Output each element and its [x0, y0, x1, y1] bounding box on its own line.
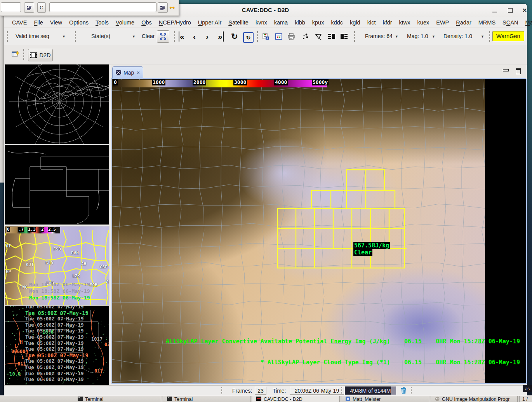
chevron-down-icon[interactable]: ▼ [132, 35, 136, 38]
chevron-down-icon[interactable]: ▼ [432, 35, 435, 38]
panel4-timestamp: Tue 05:00Z 07-May-19 [25, 340, 84, 346]
last-frame-button[interactable]: » [218, 31, 224, 42]
trash-icon[interactable] [401, 387, 407, 394]
tab-close-icon[interactable]: ✕ [136, 70, 140, 75]
menu-kuex[interactable]: kuex [414, 19, 433, 26]
mini-colorbar-tick-.7: .7 [18, 227, 24, 232]
menu-ncep-hydro[interactable]: NCEP/Hydro [155, 19, 195, 26]
clear-button[interactable]: Clear [142, 33, 155, 39]
layout-split-pane-icon[interactable] [340, 31, 348, 42]
frame-image-icon[interactable] [275, 31, 283, 42]
next-frame-button[interactable]: › [206, 31, 209, 42]
menu-file[interactable]: File [30, 19, 46, 26]
view-minimize-button[interactable] [503, 69, 509, 71]
menu-kama[interactable]: kama [271, 19, 291, 26]
sample-type: Clear [353, 249, 372, 256]
panel4-timestamp: Tue 05:00Z 07-May-19 [25, 334, 84, 340]
export-image-icon[interactable] [262, 31, 269, 42]
menu-view[interactable]: View [47, 19, 66, 26]
side-pane-analysis[interactable]: Tue 05:00Z 07-May-19Tue 05:00Z 07-May-19… [5, 306, 110, 386]
site-label-LZK: LZK [72, 273, 80, 278]
menu-radar[interactable]: Radar [452, 19, 475, 26]
time-options-icon[interactable]: ↻ [243, 32, 254, 43]
text-field-wide[interactable] [49, 2, 156, 12]
panel4-timestamp: Tue 05:00Z 07-May-19 [25, 364, 84, 370]
menu-tools[interactable]: Tools [92, 19, 112, 26]
panel4-marker: L [14, 343, 17, 349]
menu-options[interactable]: Options [66, 19, 92, 26]
warngen-button[interactable]: WarnGen [492, 31, 524, 41]
taskbar-item-cave-ddc-d2d[interactable]: CAVE:DDC - D2D [252, 396, 340, 402]
points-tool-icon[interactable] [301, 31, 309, 42]
map-tab-icon [116, 70, 121, 75]
states-dropdown[interactable]: State(s) [91, 33, 110, 39]
c-button[interactable]: C [37, 2, 46, 13]
taskbar-item-matt-meister[interactable]: Matt_Meister [342, 396, 429, 402]
chevron-down-icon[interactable]: ▼ [395, 35, 398, 38]
fullscreen-button[interactable] [157, 30, 169, 43]
menu-klbb[interactable]: klbb [291, 19, 309, 26]
chevron-down-icon[interactable]: ▼ [62, 35, 66, 38]
mag-dropdown[interactable]: Mag: 1.0 [407, 33, 428, 39]
map-legend[interactable]: AllSkyLAP Layer Convective Available Pot… [166, 324, 520, 380]
print-icon[interactable] [287, 31, 295, 42]
open-perspective-icon[interactable] [12, 50, 19, 57]
swap-arrows-icon[interactable]: ↔ [168, 2, 176, 11]
taskbar-item-terminal[interactable]: Terminal [74, 396, 161, 402]
menu-ewp[interactable]: EWP [433, 19, 452, 26]
workspace-pager[interactable]: 1 / [519, 396, 532, 402]
layout-two-pane-icon[interactable] [328, 31, 336, 42]
text-format-button[interactable] [24, 2, 34, 13]
menu-scan[interactable]: SCAN [499, 19, 522, 26]
menu-maps[interactable]: Maps [522, 19, 532, 26]
first-frame-button[interactable]: « [179, 31, 184, 42]
side-pane-states-map[interactable] [5, 145, 110, 225]
sample-value: 567.58J/kg [353, 242, 390, 249]
panel4-timestamp: Tue 05:00Z 07-May-19 [25, 371, 84, 376]
frames-dropdown[interactable]: Frames: 64 [365, 33, 393, 39]
baselines-tool-icon[interactable] [315, 31, 322, 42]
memory-gauge[interactable]: 4948M of 6144M [345, 386, 396, 395]
chat-icon [346, 397, 350, 402]
menu-ktwx[interactable]: ktwx [396, 19, 414, 26]
legend-line-cape[interactable]: AllSkyLAP Layer Convective Available Pot… [166, 338, 520, 345]
colorbar-tick-4000: 4000 [274, 79, 288, 85]
view-maximize-button[interactable] [516, 68, 521, 74]
toolbar-separator [7, 31, 8, 42]
tab-map[interactable]: Map ✕ [112, 66, 143, 78]
menu-kpux[interactable]: kpux [309, 19, 328, 26]
taskbar-item-terminal[interactable]: Terminal [163, 396, 250, 402]
chevron-down-icon[interactable]: ▼ [481, 35, 484, 38]
menu-kgld[interactable]: kgld [346, 19, 364, 26]
close-button[interactable]: ✕ [521, 7, 528, 14]
minimize-button[interactable] [491, 7, 498, 14]
menu-mrms[interactable]: MRMS [475, 19, 499, 26]
menu-volume[interactable]: Volume [112, 19, 138, 26]
menu-obs[interactable]: Obs [138, 19, 155, 26]
menu-kfdr[interactable]: kfdr [379, 19, 395, 26]
side-pane-world-map[interactable] [5, 64, 110, 144]
taskbar-item-gnu-image-manipulation-progr[interactable]: GNU Image Manipulation Progr [431, 396, 518, 402]
menu-satellite[interactable]: Satellite [225, 19, 252, 26]
density-dropdown[interactable]: Density: 1.0 [443, 33, 472, 39]
mini-colorbar-tick-2.5: 2.5 [48, 227, 56, 232]
text-format-button[interactable] [158, 2, 168, 13]
text-field-small[interactable] [1, 2, 21, 12]
menu-kddc[interactable]: kddc [327, 19, 346, 26]
menu-cave[interactable]: CAVE [9, 19, 30, 26]
cave-icon [256, 397, 261, 402]
loop-icon[interactable]: ↻ [231, 31, 238, 42]
previous-frame-button[interactable]: ‹ [193, 31, 196, 42]
terminal-icon [78, 397, 83, 402]
menu-kict[interactable]: kict [364, 19, 379, 26]
maximize-button[interactable] [507, 7, 514, 14]
panel4-marker: 02 [104, 342, 110, 347]
menu-upper-air[interactable]: Upper Air [195, 19, 225, 26]
valid-time-seq-dropdown[interactable]: Valid time seq [16, 33, 49, 39]
panel4-marker: H [20, 339, 23, 345]
side-pane-cwa-cape[interactable]: 0.71.322.5 OIFSDDVNGJTGLDAHGSPEPLZKLUBTW… [5, 226, 110, 306]
legend-line-cloudtype[interactable]: * AllSkyLAP Layer Cloud Type Img (*1) 06… [166, 359, 520, 366]
menu-kvnx[interactable]: kvnx [252, 19, 271, 26]
map-canvas[interactable]: 010002000300040005000y 567.58J/kg Clear … [111, 79, 527, 384]
d2d-perspective-button[interactable]: D2D [28, 49, 53, 61]
